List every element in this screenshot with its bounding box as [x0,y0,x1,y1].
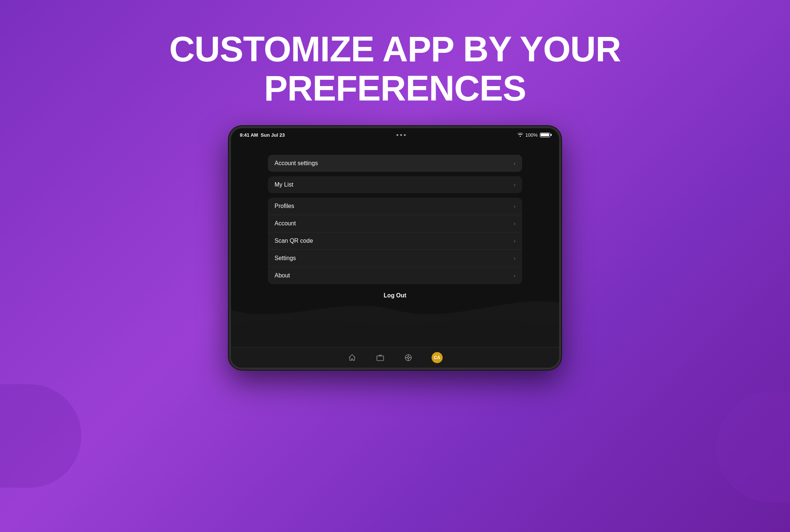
side-wave-right [716,392,790,502]
about-label: About [275,272,290,279]
avatar-initials: CA [434,355,440,360]
nav-tv-icon[interactable] [375,353,385,362]
status-right: 100% [517,132,550,138]
tablet-side-button [229,187,229,206]
status-time-date: 9:41 AM Sun Jul 23 [240,132,285,138]
status-dot-3 [404,134,406,136]
hero-title: CUSTOMIZE APP BY YOUR PREFERENCES [169,30,621,108]
my-list-label: My List [275,181,293,188]
my-list-chevron: › [514,182,515,188]
menu-group-main: Profiles › Account › Scan QR code › Sett… [268,198,522,284]
menu-item-settings[interactable]: Settings › [268,250,522,267]
profiles-label: Profiles [275,203,294,209]
scan-qr-label: Scan QR code [275,238,313,244]
battery-indicator [540,133,550,137]
bottom-nav: CA [231,347,559,368]
tablet-frame: 9:41 AM Sun Jul 23 100% [229,126,561,370]
account-settings-label: Account settings [275,160,318,167]
about-chevron: › [514,273,515,279]
menu-item-scan-qr[interactable]: Scan QR code › [268,232,522,250]
wifi-icon [517,132,523,138]
account-settings-chevron: › [514,160,515,166]
nav-avatar-icon[interactable]: CA [432,352,443,363]
menu-item-my-list[interactable]: My List › [268,176,522,193]
menu-section-my-list: My List › [268,176,522,193]
status-dot-1 [396,134,398,136]
menu-item-account-settings[interactable]: Account settings › [268,155,522,172]
status-bar: 9:41 AM Sun Jul 23 100% [231,128,559,141]
status-dot-2 [400,134,402,136]
battery-percent-text: 100% [525,132,538,138]
side-wave-left [0,384,81,488]
svg-point-2 [407,357,409,359]
menu-item-profiles[interactable]: Profiles › [268,198,522,215]
nav-games-icon[interactable] [403,353,413,362]
tablet-content: Account settings › My List › Profiles › … [231,141,559,347]
logout-section[interactable]: Log Out [268,289,522,303]
menu-section-1: Account settings › [268,155,522,172]
account-label: Account [275,220,296,227]
logout-label[interactable]: Log Out [384,292,406,299]
status-center-dots [396,134,406,136]
settings-label: Settings [275,255,296,262]
nav-home-icon[interactable] [347,353,357,362]
scan-qr-chevron: › [514,238,515,244]
svg-rect-0 [377,356,384,361]
settings-chevron: › [514,255,515,261]
profiles-chevron: › [514,203,515,209]
tablet-bg-wave [231,273,559,347]
account-chevron: › [514,221,515,226]
menu-item-about[interactable]: About › [268,267,522,284]
menu-item-account[interactable]: Account › [268,215,522,232]
